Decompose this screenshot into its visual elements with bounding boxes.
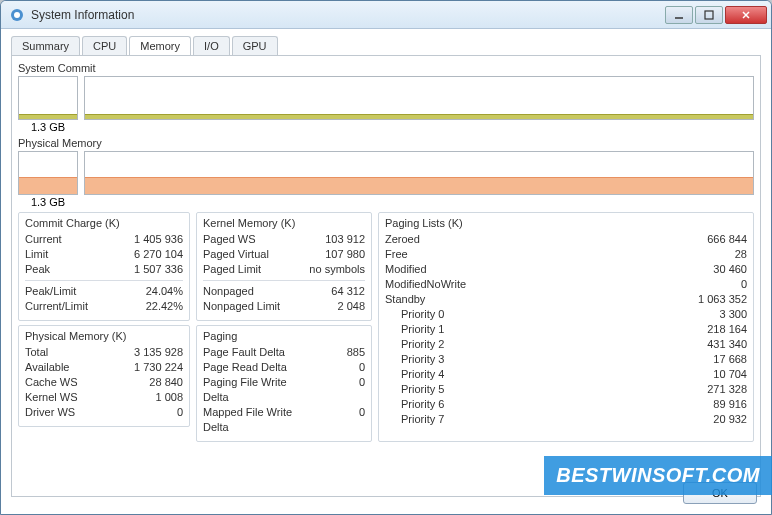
pl-zeroed-l: Zeroed bbox=[385, 232, 687, 247]
km-pv-v: 107 980 bbox=[305, 247, 365, 262]
cc-current-l: Current bbox=[25, 232, 123, 247]
km-pl-l: Paged Limit bbox=[203, 262, 305, 277]
cc-peak-v: 1 507 336 bbox=[123, 262, 183, 277]
tab-summary[interactable]: Summary bbox=[11, 36, 80, 55]
pg-pfw-v: 0 bbox=[305, 375, 365, 405]
pg-mfw-l: Mapped File Write Delta bbox=[203, 405, 305, 435]
cc-peaklimit-v: 24.04% bbox=[123, 284, 183, 299]
pl-mod-l: Modified bbox=[385, 262, 687, 277]
physical-large-graph bbox=[84, 151, 754, 195]
km-npl-l: Nonpaged Limit bbox=[203, 299, 305, 314]
pl-mnw-l: ModifiedNoWrite bbox=[385, 277, 687, 292]
cc-limit-l: Limit bbox=[25, 247, 123, 262]
pl-standby-l: Standby bbox=[385, 292, 687, 307]
physical-small-graph bbox=[18, 151, 78, 195]
pl-standby-v: 1 063 352 bbox=[687, 292, 747, 307]
cc-current-v: 1 405 936 bbox=[123, 232, 183, 247]
pl-p7-l: Priority 7 bbox=[385, 412, 687, 427]
minimize-button[interactable] bbox=[665, 6, 693, 24]
titlebar: System Information bbox=[1, 1, 771, 29]
pl-p3-v: 17 668 bbox=[687, 352, 747, 367]
km-pl-v: no symbols bbox=[305, 262, 365, 277]
pl-p2-l: Priority 2 bbox=[385, 337, 687, 352]
km-pws-l: Paged WS bbox=[203, 232, 305, 247]
cc-curlimit-l: Current/Limit bbox=[25, 299, 123, 314]
km-pv-l: Paged Virtual bbox=[203, 247, 305, 262]
pl-p2-v: 431 340 bbox=[687, 337, 747, 352]
km-npl-v: 2 048 bbox=[305, 299, 365, 314]
pg-pfw-l: Paging File Write Delta bbox=[203, 375, 305, 405]
physical-memory-row: Physical Memory 1.3 GB bbox=[18, 137, 754, 208]
app-icon bbox=[9, 7, 25, 23]
window-buttons bbox=[663, 6, 767, 24]
pl-p1-v: 218 164 bbox=[687, 322, 747, 337]
pl-p6-l: Priority 6 bbox=[385, 397, 687, 412]
window: System Information Summary CPU Memory I/… bbox=[0, 0, 772, 515]
pl-p4-v: 10 704 bbox=[687, 367, 747, 382]
system-commit-row: System Commit 1.3 GB bbox=[18, 62, 754, 133]
pl-p5-l: Priority 5 bbox=[385, 382, 687, 397]
pl-p4-l: Priority 4 bbox=[385, 367, 687, 382]
tab-cpu[interactable]: CPU bbox=[82, 36, 127, 55]
pg-prd-l: Page Read Delta bbox=[203, 360, 305, 375]
physical-memory-label: Physical Memory bbox=[18, 137, 754, 149]
physical-small-value: 1.3 GB bbox=[18, 196, 78, 208]
pm-driver-l: Driver WS bbox=[25, 405, 123, 420]
commit-small-graph bbox=[18, 76, 78, 120]
cc-peak-l: Peak bbox=[25, 262, 123, 277]
pl-p7-v: 20 932 bbox=[687, 412, 747, 427]
km-pws-v: 103 912 bbox=[305, 232, 365, 247]
stats-area: Commit Charge (K) Current1 405 936 Limit… bbox=[18, 212, 754, 442]
pl-free-v: 28 bbox=[687, 247, 747, 262]
pl-p0-v: 3 300 bbox=[687, 307, 747, 322]
pm-kernel-v: 1 008 bbox=[123, 390, 183, 405]
svg-rect-3 bbox=[705, 11, 713, 19]
paging-group: Paging Page Fault Delta885 Page Read Del… bbox=[196, 325, 372, 442]
pl-p1-l: Priority 1 bbox=[385, 322, 687, 337]
cc-curlimit-v: 22.42% bbox=[123, 299, 183, 314]
pm-driver-v: 0 bbox=[123, 405, 183, 420]
cc-peaklimit-l: Peak/Limit bbox=[25, 284, 123, 299]
pl-p6-v: 89 916 bbox=[687, 397, 747, 412]
watermark: BESTWINSOFT.COM bbox=[544, 456, 772, 495]
physical-memory-group: Physical Memory (K) Total3 135 928 Avail… bbox=[18, 325, 190, 427]
pl-p3-l: Priority 3 bbox=[385, 352, 687, 367]
pm-title: Physical Memory (K) bbox=[25, 330, 183, 342]
pm-cache-l: Cache WS bbox=[25, 375, 123, 390]
tab-memory[interactable]: Memory bbox=[129, 36, 191, 55]
pm-cache-v: 28 840 bbox=[123, 375, 183, 390]
kernel-memory-group: Kernel Memory (K) Paged WS103 912 Paged … bbox=[196, 212, 372, 321]
pl-free-l: Free bbox=[385, 247, 687, 262]
window-title: System Information bbox=[31, 8, 663, 22]
pg-pfd-v: 885 bbox=[305, 345, 365, 360]
tab-strip: Summary CPU Memory I/O GPU bbox=[11, 36, 761, 56]
pl-p5-v: 271 328 bbox=[687, 382, 747, 397]
pl-mod-v: 30 460 bbox=[687, 262, 747, 277]
pm-avail-v: 1 730 224 bbox=[123, 360, 183, 375]
pm-total-v: 3 135 928 bbox=[123, 345, 183, 360]
pm-kernel-l: Kernel WS bbox=[25, 390, 123, 405]
pg-pfd-l: Page Fault Delta bbox=[203, 345, 305, 360]
paging-lists-group: Paging Lists (K) Zeroed666 844 Free28 Mo… bbox=[378, 212, 754, 442]
svg-point-1 bbox=[14, 12, 20, 18]
pm-total-l: Total bbox=[25, 345, 123, 360]
tab-io[interactable]: I/O bbox=[193, 36, 230, 55]
km-np-l: Nonpaged bbox=[203, 284, 305, 299]
pl-mnw-v: 0 bbox=[687, 277, 747, 292]
commit-charge-title: Commit Charge (K) bbox=[25, 217, 183, 229]
system-commit-label: System Commit bbox=[18, 62, 754, 74]
commit-large-graph bbox=[84, 76, 754, 120]
pl-title: Paging Lists (K) bbox=[385, 217, 747, 229]
pm-avail-l: Available bbox=[25, 360, 123, 375]
close-button[interactable] bbox=[725, 6, 767, 24]
pl-zeroed-v: 666 844 bbox=[687, 232, 747, 247]
tab-gpu[interactable]: GPU bbox=[232, 36, 278, 55]
pg-prd-v: 0 bbox=[305, 360, 365, 375]
km-np-v: 64 312 bbox=[305, 284, 365, 299]
maximize-button[interactable] bbox=[695, 6, 723, 24]
pg-mfw-v: 0 bbox=[305, 405, 365, 435]
tab-page: System Commit 1.3 GB Physical Memory bbox=[11, 55, 761, 497]
km-title: Kernel Memory (K) bbox=[203, 217, 365, 229]
content: Summary CPU Memory I/O GPU System Commit… bbox=[1, 29, 771, 514]
pl-p0-l: Priority 0 bbox=[385, 307, 687, 322]
